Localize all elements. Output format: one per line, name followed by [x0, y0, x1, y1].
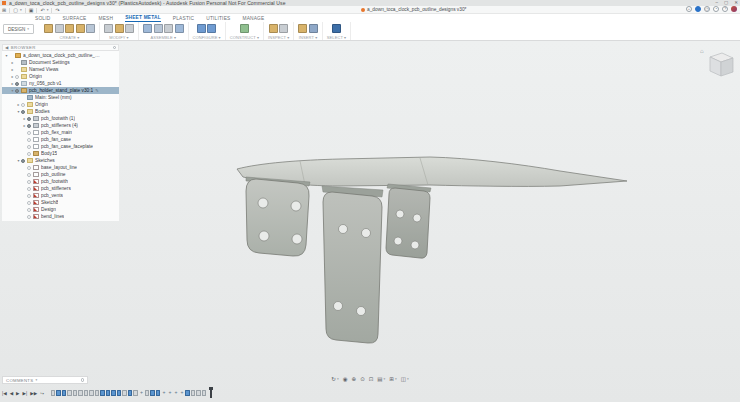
redo-icon[interactable]: ↷ — [55, 7, 59, 13]
tree-row[interactable]: pcb_footwith — [2, 178, 119, 185]
visibility-icon[interactable] — [27, 187, 31, 191]
look-at-button[interactable]: ◉ — [343, 376, 348, 382]
tree-row[interactable]: ▾a_down_toca_clock_pcb_outline_designs v… — [2, 52, 119, 59]
tree-row[interactable]: bend_lines — [2, 213, 119, 220]
insert-tool-icon[interactable] — [298, 24, 307, 33]
insert-tool-icon[interactable] — [309, 24, 318, 33]
create-tool-icon[interactable] — [44, 24, 53, 33]
create-tool-icon[interactable] — [76, 24, 85, 33]
assemble-tool-icon[interactable] — [164, 24, 173, 33]
data-panel-toggle-icon[interactable]: ⊞ — [2, 7, 6, 13]
sketch-feature-icon[interactable] — [89, 390, 94, 396]
modify-tool-icon[interactable] — [125, 24, 134, 33]
tree-row[interactable]: ▾pcb_holder_stand_plate v30:1✎ — [2, 87, 119, 94]
orbit-button[interactable]: ↻▾ — [331, 376, 338, 382]
tree-row[interactable]: ▸Named Views — [2, 66, 119, 73]
component-feature-icon[interactable]: + — [179, 390, 184, 396]
visibility-icon[interactable] — [21, 103, 25, 107]
view-cube-faces[interactable] — [702, 50, 736, 80]
assemble-tool-icon[interactable] — [175, 24, 184, 33]
sketch-feature-icon[interactable] — [84, 390, 89, 396]
tree-row[interactable]: ▸pcb_footwith (1) — [2, 115, 119, 122]
view-cube[interactable]: ⌂ — [702, 50, 736, 80]
component-feature-icon[interactable]: + — [161, 390, 166, 396]
tree-row[interactable]: ▸pcb_stiffeners (4) — [2, 122, 119, 129]
inspect-tool-icon[interactable] — [279, 24, 288, 33]
visibility-icon[interactable] — [27, 173, 31, 177]
create-tool-icon[interactable] — [55, 24, 64, 33]
comments-options-icon[interactable] — [81, 378, 85, 382]
comments-panel[interactable]: COMMENTS ▾ — [2, 376, 88, 384]
save-icon[interactable]: ▣ — [29, 7, 34, 13]
tree-row[interactable]: Main: Steel (mm) — [2, 94, 119, 101]
flange-feature-icon[interactable] — [185, 390, 190, 396]
assemble-tool-icon[interactable] — [143, 24, 152, 33]
tree-row[interactable]: pcb_flex_main — [2, 129, 119, 136]
visibility-icon[interactable] — [21, 110, 25, 114]
select-tool-icon[interactable] — [332, 24, 341, 33]
visibility-icon[interactable] — [27, 138, 31, 142]
sketch-feature-icon[interactable] — [191, 390, 196, 396]
browser-options-icon[interactable] — [113, 46, 117, 50]
grid-layout-button[interactable]: ⊞▾ — [389, 376, 396, 382]
undo-icon[interactable]: ↶ — [40, 7, 44, 13]
configure-tool-icon[interactable] — [207, 24, 216, 33]
go-to-beginning-button[interactable]: |◀ — [2, 391, 7, 396]
component-feature-icon[interactable]: + — [173, 390, 178, 396]
visibility-icon[interactable] — [15, 82, 19, 86]
fit-button[interactable]: ⊡ — [369, 376, 374, 382]
sketch-feature-icon[interactable] — [67, 390, 72, 396]
tree-row[interactable]: pcb_fan_case — [2, 136, 119, 143]
visibility-icon[interactable] — [27, 215, 31, 219]
sketch-feature-icon[interactable] — [78, 390, 83, 396]
flange-feature-icon[interactable] — [56, 390, 61, 396]
step-forward-button[interactable]: ▶| — [23, 391, 28, 396]
assemble-tool-icon[interactable] — [154, 24, 163, 33]
tree-row[interactable]: Design — [2, 206, 119, 213]
tree-row[interactable]: ▸ny_056_pcb v1 — [2, 80, 119, 87]
ribbon-group-label[interactable]: INSPECT ▾ — [268, 35, 289, 40]
home-view-icon[interactable]: ⌂ — [700, 48, 704, 54]
modify-tool-icon[interactable] — [104, 24, 113, 33]
visibility-icon[interactable] — [27, 117, 31, 121]
user-avatar[interactable] — [731, 6, 737, 12]
sketch-feature-icon[interactable] — [73, 390, 78, 396]
visibility-icon[interactable] — [27, 208, 31, 212]
visibility-icon[interactable] — [27, 152, 31, 156]
ribbon-group-label[interactable]: INSERT ▾ — [299, 35, 317, 40]
construct-tool-icon[interactable] — [240, 24, 249, 33]
ribbon-group-label[interactable]: CONFIGURE ▾ — [193, 35, 221, 40]
tree-row[interactable]: ▾Sketches — [2, 157, 119, 164]
step-back-button[interactable]: ◀ — [10, 391, 13, 396]
visibility-icon[interactable] — [27, 201, 31, 205]
browser-header[interactable]: ◀ BROWSER — [2, 44, 119, 51]
visibility-icon[interactable] — [15, 89, 19, 93]
create-tool-icon[interactable] — [86, 24, 95, 33]
flange-feature-icon[interactable] — [106, 390, 111, 396]
visibility-icon[interactable] — [27, 145, 31, 149]
tree-row[interactable]: Sketch8 — [2, 199, 119, 206]
visibility-icon[interactable] — [27, 124, 31, 128]
ribbon-group-label[interactable]: CONSTRUCT ▾ — [230, 35, 259, 40]
tree-row[interactable]: ▸Origin — [2, 101, 119, 108]
inspect-tool-icon[interactable] — [269, 24, 278, 33]
play-button[interactable]: ▶ — [16, 391, 19, 396]
visibility-icon[interactable] — [27, 180, 31, 184]
visibility-icon[interactable] — [27, 166, 31, 170]
flange-feature-icon[interactable] — [150, 390, 155, 396]
ribbon-group-label[interactable]: SELECT ▾ — [327, 35, 346, 40]
visibility-icon[interactable] — [15, 75, 19, 79]
display-settings-button[interactable]: ▤▾ — [377, 376, 385, 382]
visibility-icon[interactable] — [27, 194, 31, 198]
flange-feature-icon[interactable] — [100, 390, 105, 396]
tree-row[interactable]: ▾Bodies — [2, 108, 119, 115]
tree-row[interactable]: ▸Document Settings — [2, 59, 119, 66]
flange-feature-icon[interactable] — [156, 390, 161, 396]
job-status-icon[interactable] — [695, 6, 701, 12]
history-icon[interactable]: ◷ — [704, 6, 710, 12]
chevron-down-icon[interactable]: ▾ — [20, 8, 22, 12]
zoom-button[interactable]: ⊙ — [360, 376, 365, 382]
flange-feature-icon[interactable] — [128, 390, 133, 396]
sketch-feature-icon[interactable] — [122, 390, 127, 396]
sketch-feature-icon[interactable] — [95, 390, 100, 396]
